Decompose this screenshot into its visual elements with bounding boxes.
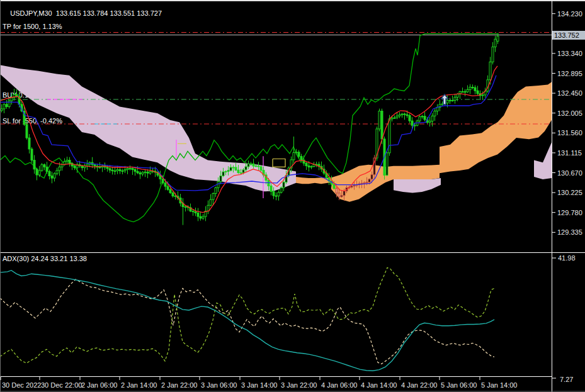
ohlc-quote: 133.615 133.784 133.551 133.727 (56, 9, 162, 17)
ichimoku-cloud (296, 177, 331, 184)
svg-text:129.335: 129.335 (557, 228, 582, 236)
main-price-pane[interactable] (0, 33, 552, 225)
svg-text:2 Jan 14:00: 2 Jan 14:00 (121, 381, 157, 389)
svg-text:132.005: 132.005 (557, 109, 582, 117)
price-axis: 134.230133.340132.895132.450132.005131.5… (552, 10, 582, 378)
svg-text:4 Jan 22:00: 4 Jan 22:00 (401, 381, 438, 389)
svg-text:129.780: 129.780 (557, 209, 582, 216)
ichimoku-cloud (394, 178, 441, 193)
svg-text:130.670: 130.670 (557, 169, 582, 177)
svg-text:4 Jan 14:00: 4 Jan 14:00 (361, 381, 397, 389)
svg-text:4 Jan 06:00: 4 Jan 06:00 (321, 381, 358, 389)
svg-text:132.450: 132.450 (557, 89, 582, 97)
adx-scale-max: 41.98 (558, 254, 576, 262)
adx-indicator-pane[interactable] (0, 267, 494, 371)
svg-text:2 Jan 22:00: 2 Jan 22:00 (161, 381, 198, 389)
svg-text:132.895: 132.895 (557, 70, 582, 77)
symbol-title: USDJPY,M30 133.615 133.784 133.551 133.7… (3, 2, 162, 25)
chart-window[interactable]: TP for 1500, 1.13% BUY 0.1 at 132.311 SL… (0, 0, 585, 392)
svg-text:133.340: 133.340 (557, 50, 582, 57)
axes (0, 0, 585, 392)
svg-text:5 Jan 14:00: 5 Jan 14:00 (481, 381, 518, 389)
adx-scale-min: 7.27 (560, 376, 573, 383)
svg-text:131.115: 131.115 (557, 149, 582, 157)
svg-text:30 Dec 2022: 30 Dec 2022 (2, 381, 41, 389)
svg-text:134.230: 134.230 (557, 10, 582, 18)
svg-text:3 Jan 06:00: 3 Jan 06:00 (201, 381, 237, 389)
svg-text:2 Jan 06:00: 2 Jan 06:00 (81, 381, 118, 389)
svg-text:3 Jan 22:00: 3 Jan 22:00 (281, 381, 317, 389)
current-price-tag: 133.752 (552, 31, 585, 40)
svg-text:5 Jan 06:00: 5 Jan 06:00 (441, 381, 477, 389)
chart-canvas[interactable]: 134.230133.340132.895132.450132.005131.5… (0, 0, 585, 392)
svg-text:3 Jan 14:00: 3 Jan 14:00 (241, 381, 278, 389)
svg-text:131.560: 131.560 (557, 129, 582, 137)
time-axis: 30 Dec 202230 Dec 22:002 Jan 06:002 Jan … (1, 377, 518, 389)
svg-text:30 Dec 22:00: 30 Dec 22:00 (41, 381, 82, 389)
symbol-name: USDJPY,M30 (10, 9, 52, 17)
ichimoku-cloud (534, 142, 552, 179)
svg-text:130.225: 130.225 (557, 189, 582, 196)
